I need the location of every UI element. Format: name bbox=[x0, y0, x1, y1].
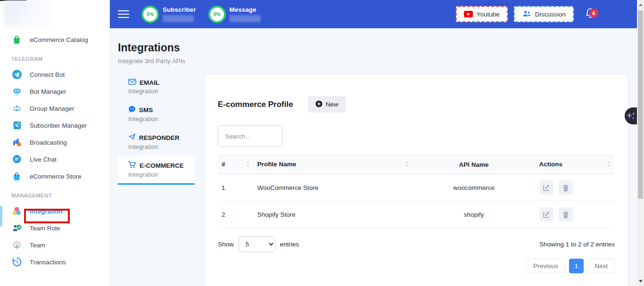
sidebar-item-label: Group Manager bbox=[30, 105, 74, 112]
scroll-down-arrow-icon[interactable] bbox=[639, 280, 643, 283]
previous-page-button[interactable]: Previous bbox=[526, 259, 565, 273]
subnav-title: EMAIL bbox=[140, 79, 159, 86]
message-stat-value-redacted bbox=[230, 15, 261, 22]
search-input[interactable] bbox=[218, 125, 283, 147]
next-page-button[interactable]: Next bbox=[587, 259, 615, 273]
subnav-subtitle: Integration bbox=[128, 88, 195, 95]
sidebar-item-integration[interactable]: Integration bbox=[0, 203, 109, 220]
discussion-button-label: Discussion bbox=[535, 11, 566, 18]
page-title: Integrations bbox=[118, 41, 637, 54]
table-row: 1 WooCommerce Store woocommerce bbox=[218, 174, 615, 201]
scroll-up-arrow-icon[interactable] bbox=[639, 3, 643, 6]
sidebar-item-label: Bot Manager bbox=[30, 88, 66, 95]
profile-name-cell: WooCommerce Store bbox=[254, 174, 413, 201]
role-shield-icon bbox=[11, 223, 22, 234]
new-profile-button[interactable]: New bbox=[308, 96, 346, 113]
subnav-title: SMS bbox=[139, 106, 153, 114]
sort-icon bbox=[246, 161, 250, 168]
sidebar-item-bot-manager[interactable]: Bot Manager bbox=[0, 83, 109, 100]
subnav-ecommerce-integration[interactable]: E-COMMERCE Integration bbox=[118, 156, 195, 185]
delete-button[interactable] bbox=[559, 207, 573, 221]
message-stat-label: Message bbox=[230, 6, 261, 13]
sidebar-item-label: Subscriber Manager bbox=[30, 122, 87, 129]
row-number: 2 bbox=[218, 201, 254, 228]
panel-title: E-commerce Profile bbox=[218, 100, 293, 109]
sidebar-item-ecommerce-store[interactable]: eCommerce Store bbox=[0, 168, 109, 185]
sidebar-item-broadcasting[interactable]: Broadcasting bbox=[0, 134, 109, 151]
sidebar-item-label: eCommerce Store bbox=[30, 173, 82, 180]
robot-icon bbox=[11, 86, 22, 97]
page-subtitle: Integrate 3rd Party APIs bbox=[118, 57, 637, 65]
sidebar-item-label: Transactions bbox=[30, 259, 66, 266]
sidebar-item-subscriber-manager[interactable]: Subscriber Manager bbox=[0, 117, 109, 134]
sidebar-item-ecommerce-catalog[interactable]: eCommerce Catalog bbox=[0, 31, 109, 48]
subnav-email-integration[interactable]: EMAIL Integration bbox=[118, 74, 195, 100]
show-label: Show bbox=[218, 241, 234, 248]
shopping-bag-blue-icon bbox=[11, 171, 22, 182]
subscriber-stat: 0% Subscriber bbox=[141, 6, 196, 23]
envelope-icon bbox=[128, 79, 136, 86]
column-header-actions[interactable]: Actions bbox=[536, 155, 615, 174]
sort-icon bbox=[405, 161, 409, 168]
integration-circles-icon bbox=[11, 206, 22, 217]
subscriber-stat-value-redacted bbox=[163, 15, 194, 22]
column-header-api-name[interactable]: API Name bbox=[413, 155, 536, 174]
page-1-button[interactable]: 1 bbox=[569, 259, 584, 273]
profile-name-cell: Shopify Store bbox=[254, 201, 413, 228]
discussion-people-icon bbox=[522, 10, 531, 19]
subnav-subtitle: Integration bbox=[128, 143, 195, 150]
chat-bubble-icon bbox=[11, 154, 22, 165]
discussion-button[interactable]: Discussion bbox=[514, 6, 574, 22]
shopping-cart-icon bbox=[128, 161, 136, 170]
trash-icon bbox=[562, 184, 569, 191]
subnav-title: E-COMMERCE bbox=[140, 162, 184, 169]
sidebar-item-label: Connect Bot bbox=[30, 71, 65, 78]
scrollbar[interactable] bbox=[637, 0, 644, 286]
edit-button[interactable] bbox=[539, 180, 553, 195]
subscriber-stat-label: Subscriber bbox=[163, 6, 196, 13]
sparkles-icon bbox=[626, 111, 636, 121]
pagination: Previous 1 Next bbox=[218, 259, 615, 273]
sidebar-item-connect-bot[interactable]: Connect Bot bbox=[0, 66, 109, 83]
hamburger-menu-icon[interactable] bbox=[118, 8, 129, 20]
edit-button[interactable] bbox=[539, 207, 553, 221]
contact-book-icon bbox=[11, 120, 22, 131]
subnav-sms-integration[interactable]: SMS Integration bbox=[118, 101, 195, 128]
sidebar-item-label: Team bbox=[30, 242, 45, 249]
sidebar-item-team-role[interactable]: Team Role bbox=[0, 220, 109, 237]
shopping-bag-green-icon bbox=[11, 34, 22, 45]
youtube-icon bbox=[464, 11, 473, 17]
sms-bubble-icon bbox=[128, 106, 136, 114]
history-clock-icon bbox=[11, 257, 22, 268]
notification-bell[interactable]: 6 bbox=[585, 7, 596, 21]
sidebar-section-management: MANAGEMENT bbox=[0, 185, 109, 203]
scrollbar-thumb[interactable] bbox=[638, 10, 643, 199]
row-number: 1 bbox=[218, 174, 254, 201]
active-item-indicator bbox=[0, 206, 2, 227]
message-stat: 0% Message bbox=[208, 6, 261, 23]
delete-button[interactable] bbox=[559, 180, 573, 195]
column-header-num[interactable]: # bbox=[218, 155, 254, 174]
showing-entries-text: Showing 1 to 2 of 2 entries bbox=[539, 241, 615, 248]
edit-icon bbox=[543, 211, 550, 218]
page-size-select[interactable]: 5 bbox=[239, 236, 275, 252]
topbar: 0% Subscriber 0% Message Youtube Discuss… bbox=[110, 0, 637, 28]
user-avatar[interactable] bbox=[608, 5, 629, 23]
sidebar-item-group-manager[interactable]: Group Manager bbox=[0, 100, 109, 117]
youtube-button[interactable]: Youtube bbox=[456, 6, 508, 22]
column-header-profile-name[interactable]: Profile Name bbox=[254, 155, 413, 174]
sidebar-section-telegram: TELEGRAM bbox=[0, 48, 109, 66]
sidebar-item-label: Live Chat bbox=[30, 156, 57, 163]
notification-count-badge: 6 bbox=[589, 8, 598, 17]
new-button-label: New bbox=[326, 101, 339, 108]
subnav-subtitle: Integration bbox=[128, 171, 195, 178]
sidebar-item-live-chat[interactable]: Live Chat bbox=[0, 151, 109, 168]
sidebar-item-team[interactable]: Team bbox=[0, 237, 109, 253]
youtube-button-label: Youtube bbox=[477, 11, 500, 18]
sort-icon bbox=[607, 161, 611, 168]
ecommerce-profile-panel: E-commerce Profile New # Profile Name AP… bbox=[204, 74, 628, 286]
sidebar-item-transactions[interactable]: Transactions bbox=[0, 253, 109, 270]
sidebar-item-label: Broadcasting bbox=[30, 139, 67, 146]
sidebar-item-label: Integration bbox=[30, 208, 63, 215]
subnav-responder-integration[interactable]: RESPONDER Integration bbox=[118, 129, 195, 155]
